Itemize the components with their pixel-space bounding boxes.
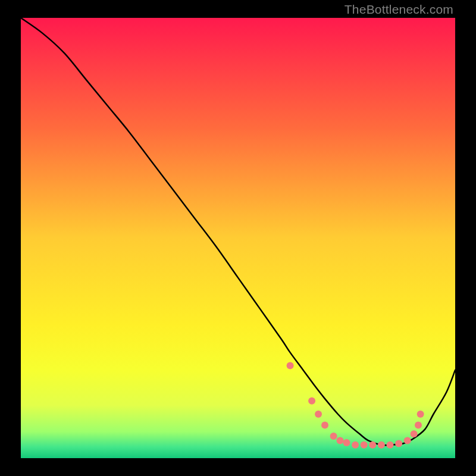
- marker-dot: [415, 422, 422, 429]
- marker-dot: [361, 441, 368, 449]
- marker-dot: [369, 441, 376, 449]
- bottleneck-chart: [21, 18, 455, 458]
- marker-dot: [411, 430, 418, 437]
- marker-dot: [378, 441, 385, 449]
- marker-dot: [330, 433, 337, 440]
- marker-dot: [387, 441, 394, 449]
- gradient-background: [21, 18, 455, 458]
- marker-dot: [315, 411, 322, 418]
- marker-dot: [352, 441, 359, 449]
- chart-frame: [21, 18, 455, 458]
- marker-dot: [404, 437, 411, 444]
- marker-dot: [287, 362, 294, 369]
- marker-dot: [308, 397, 315, 405]
- marker-dot: [395, 440, 402, 447]
- marker-dot: [337, 437, 344, 444]
- watermark-text: TheBottleneck.com: [345, 2, 453, 17]
- marker-dot: [343, 439, 350, 446]
- marker-dot: [417, 411, 424, 418]
- marker-dot: [321, 422, 328, 429]
